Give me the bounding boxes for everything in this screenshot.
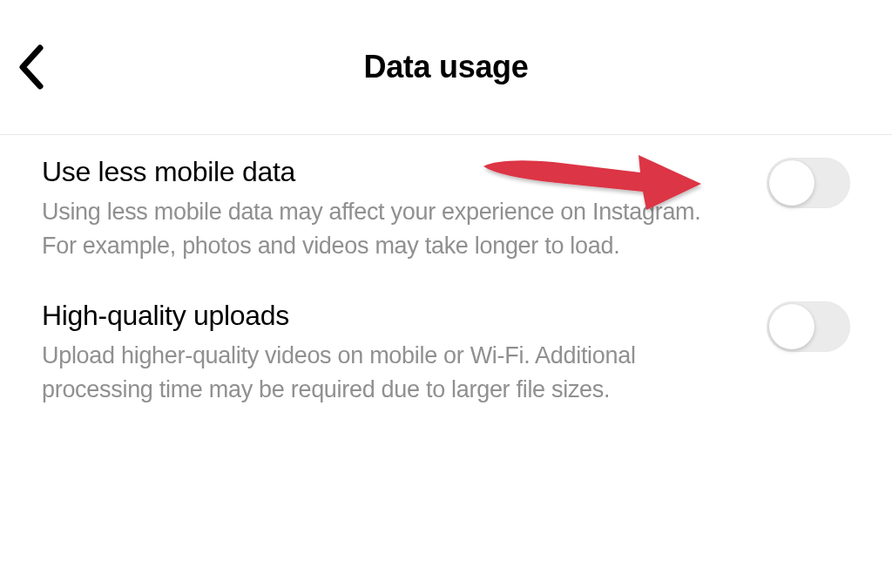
setting-title: High-quality uploads (42, 300, 732, 332)
page-title: Data usage (0, 49, 892, 85)
settings-list: Use less mobile data Using less mobile d… (0, 135, 892, 408)
setting-description: Upload higher-quality videos on mobile o… (42, 339, 732, 407)
chevron-left-icon (16, 43, 47, 91)
setting-high-quality-uploads: High-quality uploads Upload higher-quali… (42, 300, 850, 407)
setting-description: Using less mobile data may affect your e… (42, 195, 732, 263)
setting-title: Use less mobile data (42, 156, 732, 188)
toggle-high-quality-uploads[interactable] (767, 301, 850, 352)
header: Data usage (0, 0, 892, 135)
toggle-knob (769, 304, 814, 349)
back-button[interactable] (16, 43, 47, 91)
toggle-knob (769, 160, 814, 206)
setting-use-less-mobile-data: Use less mobile data Using less mobile d… (42, 156, 850, 263)
toggle-use-less-mobile-data[interactable] (767, 158, 850, 208)
setting-text: High-quality uploads Upload higher-quali… (42, 300, 767, 407)
setting-text: Use less mobile data Using less mobile d… (42, 156, 767, 263)
